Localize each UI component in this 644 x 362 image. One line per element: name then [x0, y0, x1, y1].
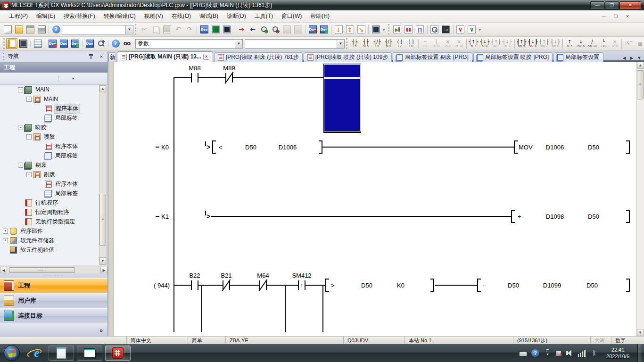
ladder-symbol-button[interactable]: ┤/├ F6: [372, 38, 383, 50]
ladder-symbol-button[interactable]: ┤├ F5: [349, 38, 360, 50]
panel-button[interactable]: 用户库: [0, 293, 107, 308]
compare-op[interactable]: >: [331, 282, 335, 289]
tree-item[interactable]: 局部标签: [0, 151, 107, 160]
trend-red-button[interactable]: [455, 24, 466, 35]
taskbar-internet-explorer[interactable]: e: [26, 345, 47, 361]
trend-green-button[interactable]: [466, 24, 478, 35]
document-tab[interactable]: 局部标签设置 喷胶 [PRG]: [473, 52, 553, 62]
wrap-operand[interactable]: K1: [160, 213, 170, 220]
ladder-symbol-button[interactable]: [562, 39, 563, 49]
monitor-mode-button[interactable]: [210, 24, 221, 35]
contact-rising-pulse[interactable]: ↑: [296, 280, 307, 291]
tray-icon[interactable]: [578, 349, 586, 357]
contact-nc[interactable]: [257, 280, 269, 291]
sort-filter-button[interactable]: [61, 74, 71, 83]
device-find-button[interactable]: [95, 38, 107, 49]
tree-item[interactable]: 局部标签: [0, 113, 107, 123]
ladder-symbol-button[interactable]: [514, 39, 515, 49]
tree-expander[interactable]: -: [26, 172, 32, 177]
function-list-button[interactable]: [32, 38, 43, 49]
tree-expander[interactable]: -: [26, 134, 32, 140]
menu-item[interactable]: 视图(V): [140, 10, 167, 22]
menu-item[interactable]: 编辑(E): [32, 10, 59, 22]
tab-scroll-left-icon[interactable]: ◀: [621, 56, 627, 60]
ladder-symbol-button[interactable]: ↓ caF5: [575, 38, 586, 50]
open-project-button[interactable]: [13, 24, 25, 35]
convert-all-button[interactable]: [344, 24, 355, 35]
ladder-symbol-button[interactable]: [418, 39, 419, 49]
refresh-button[interactable]: [46, 74, 55, 83]
start-button[interactable]: [4, 345, 20, 361]
pulse-monitor-button[interactable]: [414, 24, 426, 35]
network-monitor-button[interactable]: [370, 24, 381, 35]
device-label[interactable]: D50: [244, 144, 257, 151]
ladder-symbol-button[interactable]: ┨↑┠ saF7: [538, 38, 550, 50]
project-combobox[interactable]: ▼: [62, 25, 133, 34]
tray-icon[interactable]: [566, 349, 574, 357]
device-label[interactable]: D1098: [545, 213, 565, 220]
wrap-operand[interactable]: K0: [160, 144, 170, 151]
print-button[interactable]: [36, 24, 47, 35]
read-from-plc-button[interactable]: [236, 24, 247, 35]
contact-no[interactable]: [189, 72, 200, 83]
menu-item[interactable]: 搜索/替换(F): [59, 10, 99, 22]
ladder-symbol-button[interactable]: ┤↑├ sF7: [468, 38, 479, 50]
instruction-op[interactable]: MOV: [519, 144, 533, 151]
tree-expander[interactable]: -: [18, 87, 23, 92]
device-display-button[interactable]: [307, 24, 318, 35]
document-tab[interactable]: 新: [108, 52, 116, 62]
tree-item[interactable]: - 喷胶: [0, 132, 107, 141]
help-2-button[interactable]: [110, 38, 121, 49]
tray-icon[interactable]: [556, 351, 561, 356]
copy-data-button[interactable]: [13, 74, 23, 83]
pin-icon[interactable]: [89, 54, 94, 59]
tree-expander[interactable]: -: [18, 163, 23, 168]
tray-icon[interactable]: [590, 349, 598, 357]
ladder-symbol-button[interactable]: ┤/├ sF6: [383, 38, 394, 50]
document-tab[interactable]: [PRG]读取 喷胶 (只读) 109步: [304, 52, 392, 62]
document-tab[interactable]: [PRG]读取 MAIN (只读) 13... ×: [117, 51, 213, 62]
device-comment-search-button[interactable]: [198, 24, 210, 35]
ladder-editor-canvas[interactable]: M88 M89 K0 > < D50 D1006 MOV D1006 D50: [108, 62, 636, 336]
tree-horizontal-scrollbar[interactable]: ◀ ⋯⋯ ▶: [0, 266, 107, 273]
device-label[interactable]: D50: [360, 282, 373, 289]
document-tab[interactable]: [PRG]读取 剔废 (只读) 781步: [214, 52, 303, 62]
device-test-button[interactable]: [318, 24, 330, 35]
instruction-op[interactable]: +: [518, 213, 521, 220]
redo-button[interactable]: [184, 24, 195, 35]
ladder-symbol-button[interactable]: ▦: [635, 38, 644, 50]
offline-1-button[interactable]: [281, 24, 292, 35]
device-label[interactable]: D1006: [545, 144, 565, 151]
tree-item[interactable]: - 剔废: [0, 160, 107, 170]
tree-item[interactable]: 局部标签: [0, 189, 107, 198]
ladder-symbol-button[interactable]: [621, 39, 622, 49]
menu-item[interactable]: 工程(P): [5, 10, 32, 22]
cut-button[interactable]: [139, 24, 150, 35]
convert-check-button[interactable]: [355, 24, 367, 35]
device-label[interactable]: D50: [586, 282, 599, 289]
taskbar-explorer-window[interactable]: [77, 346, 102, 361]
ladder-symbol-button[interactable]: ─ F9: [420, 38, 431, 50]
undo-button[interactable]: [173, 24, 184, 35]
ladder-symbol-button[interactable]: ( ) F7: [394, 38, 405, 50]
tree-item[interactable]: - MAIN: [0, 94, 107, 104]
ladder-symbol-button[interactable]: / caF10: [586, 38, 598, 50]
paste-button[interactable]: [161, 24, 173, 35]
help-button[interactable]: [50, 24, 62, 35]
ladder-symbol-button[interactable]: [466, 39, 467, 49]
ladder-symbol-button[interactable]: └ F10: [598, 38, 609, 50]
ladder-symbol-button[interactable]: × cF9: [442, 38, 454, 50]
tab-list-icon[interactable]: ▼: [636, 56, 643, 60]
menu-item[interactable]: 转换/编译(C): [99, 10, 140, 22]
contact-no[interactable]: [189, 280, 200, 291]
panel-more-button[interactable]: »: [0, 323, 107, 337]
ladder-symbol-button[interactable]: ┨↓┠ saF8: [550, 38, 561, 50]
tree-item[interactable]: 软元件初始值: [0, 245, 107, 255]
tree-expander[interactable]: +: [3, 229, 8, 234]
ladder-symbol-button[interactable]: ┨↑┠ saF5: [516, 38, 527, 50]
tree-item[interactable]: 程序本体: [0, 104, 107, 113]
device-label[interactable]: D1099: [542, 282, 562, 289]
find-in-monitor-button[interactable]: [429, 24, 440, 35]
save-project-button[interactable]: [25, 24, 36, 35]
selection-cursor[interactable]: [323, 64, 361, 133]
